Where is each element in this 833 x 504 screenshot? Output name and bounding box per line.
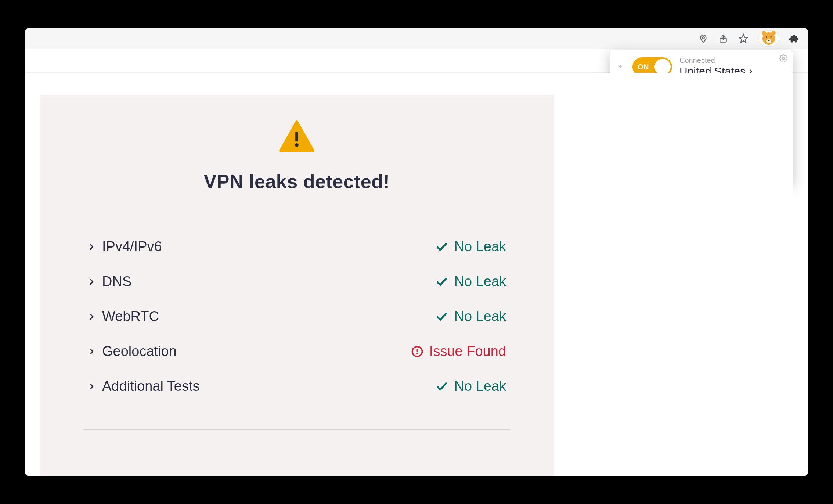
refresh-icon[interactable]: ✦ <box>618 65 625 68</box>
test-status: No Leak <box>454 309 506 324</box>
vpn-extension-icon[interactable] <box>759 31 779 46</box>
svg-point-0 <box>702 37 704 39</box>
bear-icon <box>762 32 775 45</box>
chevron-right-icon <box>87 312 95 322</box>
gear-icon[interactable] <box>779 54 787 62</box>
svg-marker-2 <box>739 34 747 42</box>
test-row[interactable]: GeolocationIssue Found <box>87 334 506 369</box>
check-icon <box>436 310 448 323</box>
svg-rect-5 <box>295 132 298 142</box>
test-status: No Leak <box>454 378 506 394</box>
browser-window: ✦ ON Connected United States <box>25 28 808 476</box>
chevron-right-icon <box>87 277 95 287</box>
svg-point-3 <box>782 57 785 60</box>
tests-list: IPv4/IPv6No LeakDNSNo LeakWebRTCNo LeakG… <box>84 229 510 404</box>
page-title: VPN leaks detected! <box>84 170 510 192</box>
test-row[interactable]: WebRTCNo Leak <box>87 299 506 334</box>
test-row[interactable]: Additional TestsNo Leak <box>87 369 506 404</box>
chevron-right-icon <box>87 242 95 252</box>
connection-status: Connected <box>679 56 754 65</box>
location-pin-icon[interactable] <box>699 34 708 43</box>
test-name: IPv4/IPv6 <box>102 239 162 255</box>
chevron-right-icon <box>87 346 95 357</box>
test-name: Additional Tests <box>102 378 199 394</box>
check-icon <box>436 380 448 393</box>
page-content: VPN leaks detected! IPv4/IPv6No LeakDNSN… <box>40 73 793 476</box>
test-status: No Leak <box>454 274 506 289</box>
chevron-right-icon <box>87 381 95 392</box>
check-icon <box>436 241 448 253</box>
share-icon[interactable] <box>718 34 728 43</box>
vpn-toggle-label: ON <box>638 63 649 71</box>
extensions-puzzle-icon[interactable] <box>789 33 799 44</box>
star-icon[interactable] <box>738 33 749 44</box>
test-name: DNS <box>102 274 131 289</box>
test-row[interactable]: IPv4/IPv6No Leak <box>87 229 506 264</box>
svg-rect-8 <box>416 349 418 352</box>
test-status: Issue Found <box>429 343 506 359</box>
divider <box>84 429 510 430</box>
test-status: No Leak <box>454 239 506 255</box>
test-name: Geolocation <box>102 343 177 359</box>
test-name: WebRTC <box>102 309 159 324</box>
results-panel: VPN leaks detected! IPv4/IPv6No LeakDNSN… <box>40 95 554 476</box>
browser-toolbar <box>25 28 808 49</box>
check-icon <box>436 276 448 288</box>
svg-point-9 <box>416 353 418 354</box>
test-row[interactable]: DNSNo Leak <box>87 264 506 299</box>
alert-circle-icon <box>411 345 423 358</box>
svg-point-6 <box>295 143 299 147</box>
warning-triangle-icon <box>279 120 314 152</box>
